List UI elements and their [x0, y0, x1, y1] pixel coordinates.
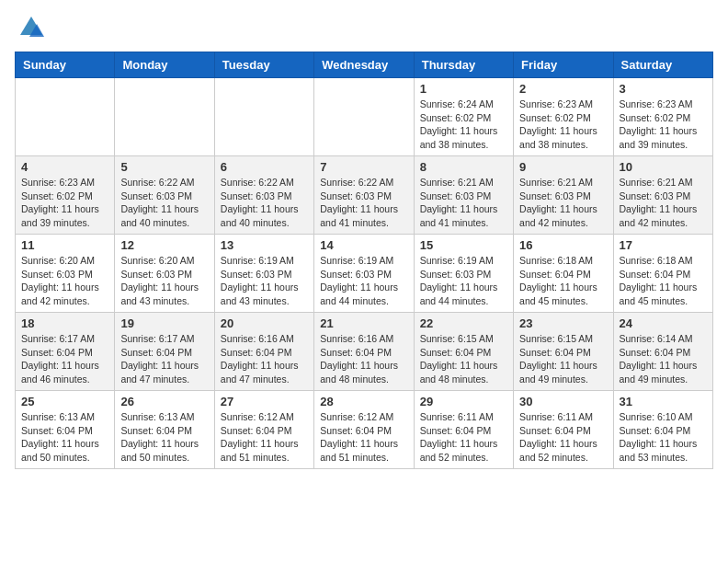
cell-content: Sunrise: 6:22 AM Sunset: 6:03 PM Dayligh…: [320, 176, 407, 230]
cell-content: Sunrise: 6:19 AM Sunset: 6:03 PM Dayligh…: [320, 254, 407, 308]
cell-content: Sunrise: 6:12 AM Sunset: 6:04 PM Dayligh…: [320, 410, 407, 465]
day-number: 11: [21, 238, 108, 252]
day-number: 26: [120, 395, 208, 408]
calendar-week-row: 4Sunrise: 6:23 AM Sunset: 6:02 PM Daylig…: [16, 156, 713, 235]
day-number: 14: [320, 238, 407, 252]
day-of-week-header: Thursday: [414, 52, 513, 78]
calendar-cell: 29Sunrise: 6:11 AM Sunset: 6:04 PM Dayli…: [414, 391, 513, 469]
cell-content: Sunrise: 6:18 AM Sunset: 6:04 PM Dayligh…: [620, 254, 707, 308]
cell-content: Sunrise: 6:17 AM Sunset: 6:04 PM Dayligh…: [120, 332, 208, 386]
calendar-cell: [214, 78, 313, 156]
calendar-cell: 22Sunrise: 6:15 AM Sunset: 6:04 PM Dayli…: [414, 313, 513, 391]
cell-content: Sunrise: 6:19 AM Sunset: 6:03 PM Dayligh…: [221, 254, 308, 308]
cell-content: Sunrise: 6:23 AM Sunset: 6:02 PM Dayligh…: [620, 98, 707, 152]
calendar-cell: [314, 78, 414, 156]
cell-content: Sunrise: 6:18 AM Sunset: 6:04 PM Dayligh…: [519, 254, 607, 308]
day-number: 15: [420, 238, 507, 252]
logo-icon: [18, 15, 44, 40]
calendar-header-row: SundayMondayTuesdayWednesdayThursdayFrid…: [16, 52, 713, 78]
cell-content: Sunrise: 6:15 AM Sunset: 6:04 PM Dayligh…: [420, 332, 507, 386]
day-number: 18: [21, 316, 108, 330]
calendar-cell: 30Sunrise: 6:11 AM Sunset: 6:04 PM Dayli…: [514, 391, 613, 469]
calendar-cell: 11Sunrise: 6:20 AM Sunset: 6:03 PM Dayli…: [16, 235, 115, 313]
day-of-week-header: Monday: [115, 52, 214, 78]
cell-content: Sunrise: 6:20 AM Sunset: 6:03 PM Dayligh…: [21, 254, 108, 308]
day-number: 6: [221, 160, 308, 174]
day-number: 16: [519, 238, 607, 252]
day-number: 10: [620, 160, 707, 174]
calendar-cell: 26Sunrise: 6:13 AM Sunset: 6:04 PM Dayli…: [115, 391, 214, 469]
cell-content: Sunrise: 6:11 AM Sunset: 6:04 PM Dayligh…: [420, 410, 507, 465]
cell-content: Sunrise: 6:13 AM Sunset: 6:04 PM Dayligh…: [120, 410, 208, 465]
calendar-cell: 5Sunrise: 6:22 AM Sunset: 6:03 PM Daylig…: [115, 156, 214, 235]
day-number: 5: [120, 160, 208, 174]
calendar-cell: 15Sunrise: 6:19 AM Sunset: 6:03 PM Dayli…: [414, 235, 513, 313]
day-number: 28: [320, 395, 407, 408]
calendar-week-row: 1Sunrise: 6:24 AM Sunset: 6:02 PM Daylig…: [16, 78, 713, 156]
day-number: 1: [420, 82, 507, 96]
calendar-cell: 1Sunrise: 6:24 AM Sunset: 6:02 PM Daylig…: [414, 78, 513, 156]
cell-content: Sunrise: 6:22 AM Sunset: 6:03 PM Dayligh…: [120, 176, 208, 230]
cell-content: Sunrise: 6:13 AM Sunset: 6:04 PM Dayligh…: [21, 410, 108, 465]
day-of-week-header: Sunday: [16, 52, 115, 78]
calendar-cell: 28Sunrise: 6:12 AM Sunset: 6:04 PM Dayli…: [314, 391, 414, 469]
day-number: 17: [620, 238, 707, 252]
day-number: 19: [120, 316, 208, 330]
day-number: 3: [620, 82, 707, 96]
cell-content: Sunrise: 6:17 AM Sunset: 6:04 PM Dayligh…: [21, 332, 108, 386]
cell-content: Sunrise: 6:14 AM Sunset: 6:04 PM Dayligh…: [620, 332, 707, 386]
calendar-week-row: 25Sunrise: 6:13 AM Sunset: 6:04 PM Dayli…: [16, 391, 713, 469]
cell-content: Sunrise: 6:23 AM Sunset: 6:02 PM Dayligh…: [21, 176, 108, 230]
day-number: 4: [21, 160, 108, 174]
calendar-cell: 3Sunrise: 6:23 AM Sunset: 6:02 PM Daylig…: [613, 78, 712, 156]
calendar-cell: 21Sunrise: 6:16 AM Sunset: 6:04 PM Dayli…: [314, 313, 414, 391]
day-number: 22: [420, 316, 507, 330]
calendar-cell: 2Sunrise: 6:23 AM Sunset: 6:02 PM Daylig…: [514, 78, 613, 156]
cell-content: Sunrise: 6:10 AM Sunset: 6:04 PM Dayligh…: [620, 410, 707, 465]
calendar-cell: [16, 78, 115, 156]
day-number: 30: [519, 395, 607, 408]
day-of-week-header: Wednesday: [314, 52, 414, 78]
day-number: 20: [221, 316, 308, 330]
cell-content: Sunrise: 6:21 AM Sunset: 6:03 PM Dayligh…: [420, 176, 507, 230]
cell-content: Sunrise: 6:16 AM Sunset: 6:04 PM Dayligh…: [221, 332, 308, 386]
logo: [15, 15, 44, 40]
day-number: 25: [21, 395, 108, 408]
day-number: 27: [221, 395, 308, 408]
day-number: 24: [620, 316, 707, 330]
calendar-cell: 31Sunrise: 6:10 AM Sunset: 6:04 PM Dayli…: [613, 391, 712, 469]
day-number: 9: [519, 160, 607, 174]
calendar-cell: 13Sunrise: 6:19 AM Sunset: 6:03 PM Dayli…: [214, 235, 313, 313]
day-number: 21: [320, 316, 407, 330]
calendar-cell: 19Sunrise: 6:17 AM Sunset: 6:04 PM Dayli…: [115, 313, 214, 391]
day-number: 31: [620, 395, 707, 408]
cell-content: Sunrise: 6:12 AM Sunset: 6:04 PM Dayligh…: [221, 410, 308, 465]
calendar-cell: [115, 78, 214, 156]
calendar-cell: 16Sunrise: 6:18 AM Sunset: 6:04 PM Dayli…: [514, 235, 613, 313]
cell-content: Sunrise: 6:15 AM Sunset: 6:04 PM Dayligh…: [519, 332, 607, 386]
day-number: 23: [519, 316, 607, 330]
calendar-cell: 10Sunrise: 6:21 AM Sunset: 6:03 PM Dayli…: [613, 156, 712, 235]
calendar-week-row: 11Sunrise: 6:20 AM Sunset: 6:03 PM Dayli…: [16, 235, 713, 313]
calendar-table: SundayMondayTuesdayWednesdayThursdayFrid…: [15, 52, 713, 469]
day-of-week-header: Friday: [514, 52, 613, 78]
calendar-cell: 6Sunrise: 6:22 AM Sunset: 6:03 PM Daylig…: [214, 156, 313, 235]
calendar-week-row: 18Sunrise: 6:17 AM Sunset: 6:04 PM Dayli…: [16, 313, 713, 391]
day-number: 2: [519, 82, 607, 96]
calendar-cell: 20Sunrise: 6:16 AM Sunset: 6:04 PM Dayli…: [214, 313, 313, 391]
cell-content: Sunrise: 6:19 AM Sunset: 6:03 PM Dayligh…: [420, 254, 507, 308]
cell-content: Sunrise: 6:21 AM Sunset: 6:03 PM Dayligh…: [519, 176, 607, 230]
calendar-cell: 27Sunrise: 6:12 AM Sunset: 6:04 PM Dayli…: [214, 391, 313, 469]
cell-content: Sunrise: 6:20 AM Sunset: 6:03 PM Dayligh…: [120, 254, 208, 308]
calendar-cell: 23Sunrise: 6:15 AM Sunset: 6:04 PM Dayli…: [514, 313, 613, 391]
day-number: 12: [120, 238, 208, 252]
cell-content: Sunrise: 6:21 AM Sunset: 6:03 PM Dayligh…: [620, 176, 707, 230]
day-of-week-header: Saturday: [613, 52, 712, 78]
page-header: [15, 15, 713, 40]
day-number: 29: [420, 395, 507, 408]
calendar-cell: 4Sunrise: 6:23 AM Sunset: 6:02 PM Daylig…: [16, 156, 115, 235]
day-number: 8: [420, 160, 507, 174]
calendar-cell: 18Sunrise: 6:17 AM Sunset: 6:04 PM Dayli…: [16, 313, 115, 391]
calendar-cell: 12Sunrise: 6:20 AM Sunset: 6:03 PM Dayli…: [115, 235, 214, 313]
calendar-cell: 25Sunrise: 6:13 AM Sunset: 6:04 PM Dayli…: [16, 391, 115, 469]
